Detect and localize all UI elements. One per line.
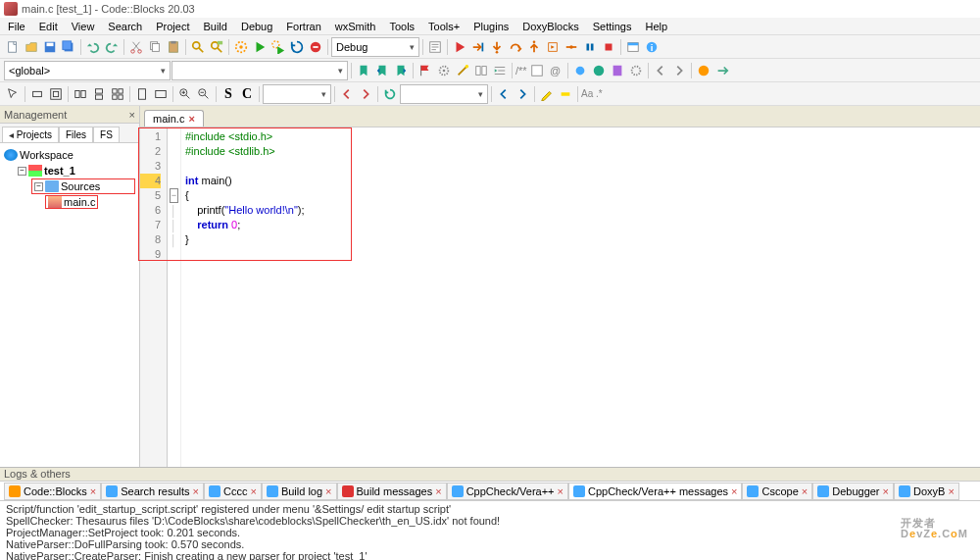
zoom-out-icon[interactable] [195,85,213,103]
log-tab-cccc[interactable]: Cccc× [204,483,262,500]
thin-box-icon[interactable] [133,85,151,103]
sources-node[interactable]: − Sources [31,178,135,194]
refresh-icon[interactable] [381,85,399,103]
doxy-run-icon[interactable] [571,62,589,79]
menu-edit[interactable]: Edit [33,20,64,33]
copy-icon[interactable] [146,38,164,56]
bookmark-toggle-icon[interactable] [355,62,372,79]
target-props-icon[interactable] [426,38,444,56]
doxy-chm-icon[interactable] [609,62,626,79]
log-tab-cppcheck-vera-messages[interactable]: CppCheck/Vera++ messages× [568,483,743,500]
jump-icon[interactable] [713,62,731,79]
step-over-icon[interactable] [507,38,524,56]
close-icon[interactable]: × [435,485,441,497]
doxy-at-icon[interactable]: @ [547,62,564,79]
close-tab-icon[interactable]: × [188,113,194,125]
func-combo[interactable] [172,61,348,80]
code-editor[interactable]: 123456789 −│││ #include <stdio.h> #inclu… [140,127,980,467]
close-icon[interactable]: × [325,485,331,497]
log-output[interactable]: Script/function 'edit_startup_script.scr… [0,501,980,560]
new-file-icon[interactable] [4,38,22,56]
combo-small-1[interactable] [263,84,331,104]
mgmt-tab-files[interactable]: Files [59,127,93,142]
gear-icon[interactable] [435,62,453,79]
cut-icon[interactable] [127,38,145,56]
doxy-block-icon[interactable] [528,62,546,79]
menu-fortran[interactable]: Fortran [280,20,326,33]
indent-icon[interactable] [491,62,509,79]
rebuild-icon[interactable] [288,38,306,56]
log-tab-build-log[interactable]: Build log× [262,483,337,500]
layout-g-icon[interactable] [109,85,126,103]
doxy-cfg-icon[interactable] [627,62,645,79]
build-icon[interactable] [232,38,250,56]
step-into-icon[interactable] [488,38,506,56]
abort-all-icon[interactable] [695,62,712,79]
highlight-icon[interactable] [557,85,574,103]
project-node[interactable]: − test_1 [18,163,135,178]
text-S-icon[interactable]: S [220,85,237,103]
close-icon[interactable]: × [883,485,889,497]
log-tab-code-blocks[interactable]: Code::Blocks× [4,483,101,500]
marker-prev-icon[interactable] [338,85,356,103]
undo-icon[interactable] [84,38,102,56]
workspace-node[interactable]: Workspace [4,147,135,163]
debug-run-icon[interactable] [451,38,468,56]
wand-icon[interactable] [454,62,471,79]
doxy-html-icon[interactable] [590,62,608,79]
wide-box-icon[interactable] [152,85,170,103]
box-icon[interactable] [28,85,46,103]
flag-icon[interactable] [416,62,434,79]
close-icon[interactable]: × [731,485,737,497]
step-instr-icon[interactable] [563,38,580,56]
close-icon[interactable]: × [250,485,256,497]
menu-build[interactable]: Build [197,20,232,33]
paste-icon[interactable] [165,38,182,56]
nav-back-icon[interactable] [652,62,669,79]
close-icon[interactable]: × [948,485,954,497]
menu-tools[interactable]: Tools+ [422,20,466,33]
menu-plugins[interactable]: Plugins [467,20,514,33]
menu-tools[interactable]: Tools [383,20,420,33]
break-icon[interactable] [581,38,599,56]
step-out-icon[interactable] [525,38,543,56]
hl-fwd-icon[interactable] [514,85,531,103]
marker-next-icon[interactable] [357,85,374,103]
info-icon[interactable]: i [643,38,661,56]
build-run-icon[interactable] [270,38,287,56]
abort-icon[interactable] [307,38,324,56]
file-node[interactable]: main.c [45,194,135,210]
code-area[interactable]: #include <stdio.h> #include <stdlib.h> i… [181,127,980,467]
find-icon[interactable] [189,38,207,56]
debug-windows-icon[interactable] [624,38,642,56]
close-icon[interactable]: × [558,485,564,497]
mgmt-tab-projects[interactable]: Projects [2,127,59,142]
fit-icon[interactable] [47,85,65,103]
hl-back-icon[interactable] [495,85,513,103]
log-tab-cppcheck-vera-[interactable]: CppCheck/Vera++× [447,483,568,500]
menu-search[interactable]: Search [102,20,148,33]
menu-project[interactable]: Project [150,20,195,33]
select-icon[interactable] [4,85,22,103]
layout-h-icon[interactable] [72,85,89,103]
menu-file[interactable]: File [2,20,31,33]
collapse-icon[interactable]: − [34,182,43,191]
collapse-icon[interactable]: − [18,167,26,176]
project-tree[interactable]: Workspace − test_1 − Sources main.c [0,143,139,467]
menu-help[interactable]: Help [639,20,673,33]
mgmt-tab-fs[interactable]: FS [93,127,120,142]
text-C-icon[interactable]: C [238,85,256,103]
log-tab-build-messages[interactable]: Build messages× [337,483,447,500]
log-tab-cscope[interactable]: Cscope× [742,483,812,500]
zoom-in-icon[interactable] [176,85,194,103]
save-all-icon[interactable] [60,38,77,56]
file-tab-main-c[interactable]: main.c × [144,110,204,127]
menu-view[interactable]: View [66,20,101,33]
next-instr-icon[interactable] [544,38,562,56]
log-tab-search-results[interactable]: Search results× [101,483,204,500]
close-icon[interactable]: × [193,485,199,497]
save-icon[interactable] [41,38,59,56]
menu-settings[interactable]: Settings [587,20,638,33]
build-target-combo[interactable]: Debug [331,37,419,57]
pencil-icon[interactable] [538,85,556,103]
